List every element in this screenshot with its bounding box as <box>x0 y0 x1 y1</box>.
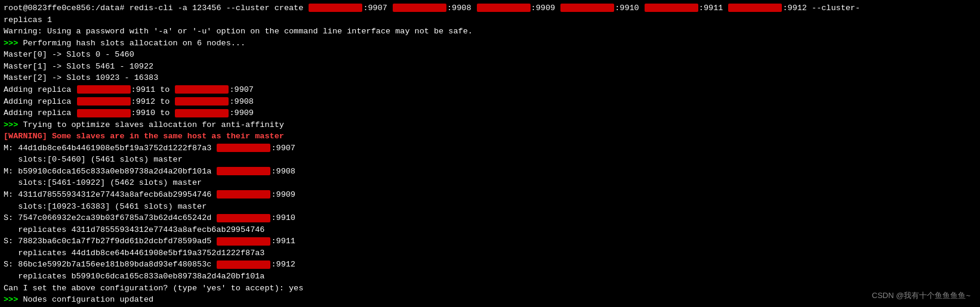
redacted-to-3 <box>175 109 229 117</box>
terminal-line-17: M: 4311d78555934312e77443a8afecb6ab29954… <box>4 189 976 201</box>
terminal-line-2: replicas 1 <box>4 14 976 26</box>
terminal-line-9: Adding replica :9912 to :9908 <box>4 96 976 108</box>
terminal-line-21: S: 78823ba6c0c1a7f7b27f9dd61b2dcbfd78599… <box>4 235 976 247</box>
redacted-ip-2 <box>393 4 446 12</box>
terminal-line-22: replicates 44d1db8ce64b4461908e5bf19a375… <box>4 247 976 259</box>
terminal-line-18: slots:[10923-16383] (5461 slots) master <box>4 201 976 213</box>
terminal-line-24: replicates b59910c6dca165c833a0eb89738a2… <box>4 271 976 283</box>
redacted-to-2 <box>175 97 229 106</box>
terminal-line-26: >>> Nodes configuration updated <box>4 294 976 306</box>
redacted-replica-1 <box>77 85 131 94</box>
terminal-line-15: M: b59910c6dca165c833a0eb89738a2d4a20bf1… <box>4 166 976 178</box>
terminal-line-12: [WARNING] Some slaves are in the same ho… <box>4 131 976 142</box>
redacted-to-1 <box>175 85 229 94</box>
terminal-line-6: Master[1] -> Slots 5461 - 10922 <box>4 61 976 73</box>
terminal-line-20: replicates 4311d78555934312e77443a8afecb… <box>4 224 976 236</box>
terminal-line-4: >>> Performing hash slots allocation on … <box>4 38 976 49</box>
terminal-line-16: slots:[5461-10922] (5462 slots) master <box>4 177 976 189</box>
redacted-s3 <box>217 261 270 269</box>
redacted-replica-2 <box>77 97 131 106</box>
terminal-line-1: root@0823ffe0ce856:/data# redis-cli -a 1… <box>4 2 976 14</box>
redacted-ip-4 <box>560 4 614 12</box>
redacted-s1 <box>217 214 270 222</box>
prompt: root@0823ffe0ce856:/data# redis-cli -a 1… <box>4 4 308 13</box>
terminal-window: root@0823ffe0ce856:/data# redis-cli -a 1… <box>0 0 980 307</box>
terminal-line-14: slots:[0-5460] (5461 slots) master <box>4 154 976 166</box>
redacted-ip-1 <box>309 4 362 12</box>
terminal-line-13: M: 44d1db8ce64b4461908e5bf19a3752d1222f8… <box>4 142 976 154</box>
redacted-m2 <box>217 167 270 175</box>
redacted-m1 <box>217 144 270 152</box>
terminal-line-11: >>> Trying to optimize slaves allocation… <box>4 119 976 131</box>
redacted-ip-5 <box>645 4 698 12</box>
terminal-line-3: Warning: Using a password with '-a' or '… <box>4 26 976 38</box>
terminal-line-25: Can I set the above configuration? (type… <box>4 283 976 294</box>
csdn-watermark: CSDN @我有十个鱼鱼鱼鱼~ <box>872 290 970 301</box>
redacted-m3 <box>217 190 270 199</box>
redacted-replica-3 <box>77 109 131 117</box>
terminal-line-5: Master[0] -> Slots 0 - 5460 <box>4 49 976 61</box>
terminal-line-23: S: 86bc1e5992b7a156ee181b89bda8d93ef4808… <box>4 259 976 271</box>
redacted-ip-3 <box>477 4 531 12</box>
terminal-line-19: S: 7547c066932e2ca39b03f6785a73b62d4c652… <box>4 212 976 224</box>
terminal-line-8: Adding replica :9911 to :9907 <box>4 84 976 96</box>
redacted-ip-6 <box>728 4 782 12</box>
terminal-line-7: Master[2] -> Slots 10923 - 16383 <box>4 72 976 84</box>
terminal-line-10: Adding replica :9910 to :9909 <box>4 107 976 119</box>
redacted-s2 <box>217 237 270 246</box>
